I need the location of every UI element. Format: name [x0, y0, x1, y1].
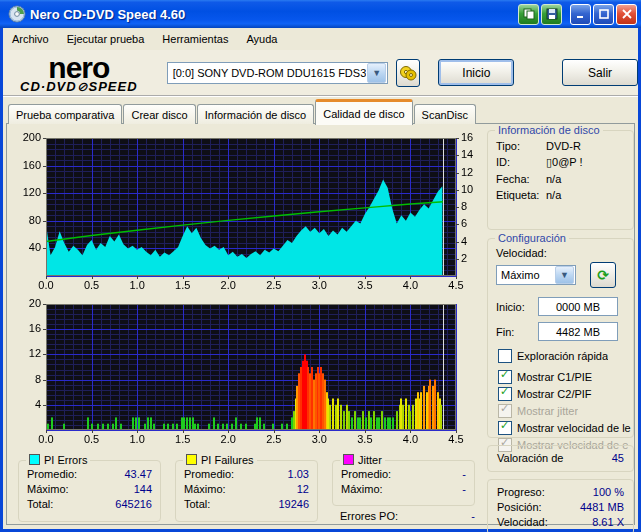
disc-type-label: Tipo: [496, 140, 546, 152]
show-read-speed-label: Mostrar velocidad de le [517, 422, 631, 434]
show-c2-pif-label: Mostrar C2/PIF [517, 388, 592, 400]
chevron-down-icon: ▼ [372, 68, 381, 78]
po-errors-row: Errores PO: - [340, 510, 475, 522]
pi-errors-title: PI Errors [44, 454, 87, 466]
pi-failures-avg-label: Promedio: [184, 468, 234, 480]
config-title: Configuración [495, 232, 569, 244]
app-icon [8, 5, 26, 23]
pi-failures-avg-value: 1.03 [288, 468, 309, 480]
menu-ejecutar-prueba[interactable]: Ejecutar prueba [58, 30, 154, 48]
start-pos-label: Inicio: [496, 301, 538, 313]
start-button[interactable]: Inicio [438, 59, 514, 86]
tab-informacion-de-disco[interactable]: Información de disco [197, 104, 315, 124]
copy-report-button[interactable] [518, 4, 539, 25]
po-errors-label: Errores PO: [340, 510, 398, 522]
drive-select-dropdown-button[interactable]: ▼ [367, 63, 386, 83]
pi-errors-avg-label: Promedio: [27, 468, 77, 480]
maximize-button[interactable] [593, 4, 614, 25]
close-icon [622, 9, 632, 19]
menu-archivo[interactable]: Archivo [3, 30, 58, 48]
progress-value: 100 % [593, 486, 624, 498]
show-c1-pie-label: Mostrar C1/PIE [517, 371, 592, 383]
refresh-icon: ⟳ [597, 267, 609, 283]
pi-failures-chart [10, 296, 480, 448]
save-icon [546, 8, 558, 20]
disc-info-title: Información de disco [495, 124, 603, 136]
check-icon: ✓ [500, 402, 509, 415]
tab-scandisc[interactable]: ScanDisc [414, 104, 476, 124]
pi-failures-title: PI Failures [201, 454, 254, 466]
disc-info-panel: Información de disco Tipo:DVD-R ID:▯0@P … [487, 130, 634, 230]
disc-id-label: ID: [496, 156, 546, 169]
pi-failures-max-label: Máximo: [184, 483, 226, 495]
menu-ayuda[interactable]: Ayuda [237, 30, 286, 48]
logo-line1: nero [3, 53, 155, 83]
check-icon: ✓ [500, 419, 509, 432]
refresh-button[interactable]: ⟳ [590, 262, 616, 288]
pi-errors-avg-value: 43.47 [124, 468, 152, 480]
speed-select-dropdown-button[interactable]: ▼ [555, 266, 574, 284]
rating-label: Valoración de [497, 452, 563, 464]
jitter-max-value: - [462, 483, 466, 495]
minimize-icon [576, 9, 586, 19]
menu-herramientas[interactable]: Herramientas [153, 30, 237, 48]
pi-errors-chart [10, 128, 480, 294]
position-label: Posición: [497, 501, 542, 513]
close-button[interactable] [616, 4, 637, 25]
header: nero CD·DVD⊘SPEED [0:0] SONY DVD-ROM DDU… [3, 50, 638, 97]
tab-calidad-de-disco[interactable]: Calidad de disco [315, 99, 412, 125]
maximize-icon [599, 9, 609, 19]
tab-prueba-comparativa[interactable]: Prueba comparativa [8, 104, 122, 124]
quick-scan-checkbox[interactable] [498, 349, 512, 363]
pi-failures-max-value: 12 [297, 483, 309, 495]
pi-failures-stats-panel: PI Failures Promedio:1.03 Máximo:12 Tota… [175, 460, 318, 522]
jitter-title: Jitter [358, 454, 382, 466]
show-jitter-label: Mostrar jitter [517, 405, 578, 417]
jitter-avg-label: Promedio: [341, 468, 391, 480]
minimize-button[interactable] [570, 4, 591, 25]
jitter-stats-panel: Jitter Promedio:- Máximo:- [332, 460, 475, 506]
pi-errors-stats-panel: PI Errors Promedio:43.47 Máximo:144 Tota… [18, 460, 161, 522]
tab-crear-disco[interactable]: Crear disco [123, 104, 195, 124]
pi-errors-max-value: 144 [134, 483, 152, 495]
logo-line2: CD·DVD⊘SPEED [3, 80, 155, 93]
chevron-down-icon: ▼ [560, 270, 569, 280]
window-title: Nero CD-DVD Speed 4.60 [30, 7, 516, 22]
start-pos-input[interactable]: 0000 MB [538, 297, 618, 316]
end-pos-input[interactable]: 4482 MB [538, 322, 618, 341]
menu-bar: Archivo Ejecutar prueba Herramientas Ayu… [3, 28, 638, 51]
jitter-swatch [343, 454, 354, 465]
speed-stat-value: 8.61 X [592, 516, 624, 528]
show-read-speed-checkbox[interactable]: ✓ [498, 421, 512, 435]
jitter-avg-value: - [462, 468, 466, 480]
pi-errors-max-label: Máximo: [27, 483, 69, 495]
jitter-max-label: Máximo: [341, 483, 383, 495]
eject-disc-button[interactable] [396, 59, 420, 87]
show-jitter-checkbox: ✓ [498, 404, 512, 418]
check-icon: ✓ [500, 368, 509, 381]
pi-errors-swatch [29, 454, 40, 465]
drive-select[interactable]: [0:0] SONY DVD-ROM DDU1615 FDS3 ▼ [167, 62, 389, 84]
sidebar: Información de disco Tipo:DVD-R ID:▯0@P … [487, 130, 634, 532]
disc-date-value: n/a [546, 173, 561, 185]
position-value: 4481 MB [580, 501, 624, 513]
copy-icon [523, 8, 535, 20]
rating-value: 45 [612, 452, 624, 464]
speed-select[interactable]: Máximo ▼ [496, 265, 576, 285]
speed-select-value: Máximo [497, 269, 554, 281]
show-c2-pif-checkbox[interactable]: ✓ [498, 387, 512, 401]
disc-label-value: n/a [546, 189, 561, 201]
show-c1-pie-checkbox[interactable]: ✓ [498, 370, 512, 384]
end-pos-label: Fin: [496, 326, 538, 338]
disc-label-label: Etiqueta: [496, 189, 546, 201]
pi-errors-total-label: Total: [27, 498, 53, 510]
progress-panel: Progreso:100 % Posición:4481 MB Velocida… [487, 479, 634, 532]
pi-failures-total-value: 19246 [278, 498, 309, 510]
rating-panel: Valoración de 45 [487, 445, 634, 472]
exit-button[interactable]: Salir [562, 59, 638, 86]
disc-date-label: Fecha: [496, 173, 546, 185]
check-icon: ✓ [500, 385, 509, 398]
speed-label: Velocidad: [496, 247, 633, 259]
speed-stat-label: Velocidad: [497, 516, 548, 528]
save-report-button[interactable] [541, 4, 562, 25]
